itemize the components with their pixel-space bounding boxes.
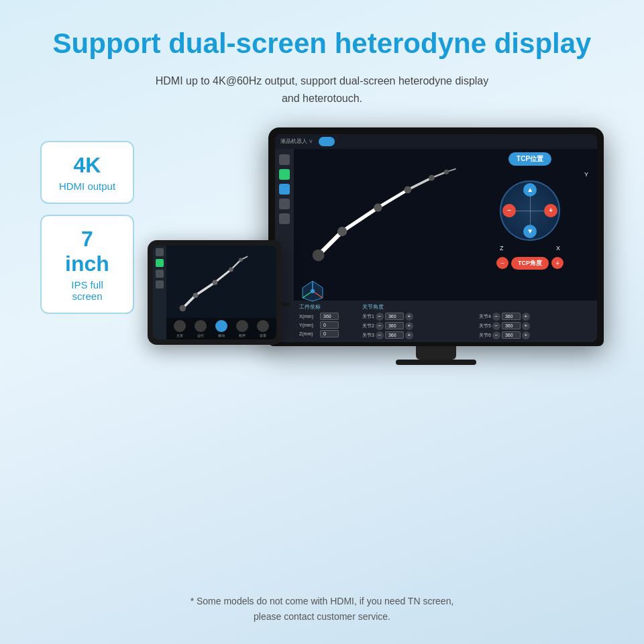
svg-point-17	[337, 227, 347, 236]
joint1-minus[interactable]: −	[376, 313, 384, 321]
badge-7inch-main: 7 inch	[58, 227, 117, 276]
joint2-val: 360	[385, 322, 404, 329]
joint-col-1: 关节1 − 360 + 关节2 −	[362, 313, 475, 339]
joint-row-2: 关节2 − 360 +	[362, 322, 475, 330]
x-value: 360	[320, 313, 339, 320]
tcp-angle-badge: TCP角度	[511, 257, 549, 270]
small-bottom-icon-1: 主页	[174, 320, 186, 337]
topbar-text: 液晶机器人 ∨	[280, 138, 313, 145]
y-axis-label: Y	[584, 171, 588, 178]
joystick-area: ▲ ▼ − +	[500, 180, 560, 241]
joint-row-6: 关节6 − 360 +	[479, 331, 592, 339]
joint6-plus[interactable]: +	[522, 331, 530, 339]
bottom-ctrl-row: − TCP角度 +	[496, 257, 564, 270]
table-titles: 工件坐标 关节角度	[299, 303, 592, 311]
monitor-screen: 液晶机器人 ∨	[275, 134, 597, 342]
joint4-plus[interactable]: +	[522, 313, 530, 321]
svg-line-13	[408, 178, 432, 190]
joint2-plus[interactable]: +	[405, 322, 413, 330]
joint5-plus[interactable]: +	[522, 322, 530, 330]
svg-line-2	[215, 269, 231, 282]
data-table: 工件坐标 关节角度 X(mm) 360	[294, 301, 597, 342]
small-icon-label-5: 设置	[260, 333, 266, 337]
small-bottom-bar: 主页 运行 移动 程序	[166, 318, 276, 339]
monitor-main-ui: TCP位置 Y	[275, 149, 597, 342]
robot-arm-area	[301, 156, 468, 272]
coord-col: X(mm) 360 Y(mm) 0	[299, 313, 360, 339]
joint3-val: 360	[385, 331, 404, 339]
ctrl-up-btn[interactable]: ▲	[523, 183, 537, 197]
joint3-plus[interactable]: +	[405, 331, 413, 339]
joystick-bg: ▲ ▼ − +	[500, 180, 560, 241]
joint1-plus[interactable]: +	[405, 313, 413, 321]
coord-row-y: Y(mm) 0	[299, 321, 360, 329]
control-panel: TCP位置 Y	[466, 152, 594, 272]
svg-point-5	[179, 305, 186, 311]
coord-row-x: X(mm) 360	[299, 313, 360, 320]
joint1-val: 360	[385, 313, 404, 320]
ctrl-down-btn[interactable]: ▼	[523, 225, 537, 238]
joint-cols: 关节1 − 360 + 关节2 −	[362, 313, 592, 339]
small-icon-circle-5	[257, 320, 269, 332]
joint6-minus[interactable]: −	[492, 331, 500, 339]
small-sidebar-dot-4	[156, 280, 164, 288]
svg-point-8	[229, 267, 233, 272]
table-content: X(mm) 360 Y(mm) 0	[299, 313, 592, 339]
joint5-val: 360	[502, 322, 521, 329]
badge-4k: 4K HDMI output	[40, 141, 134, 204]
joint5-label: 关节5	[479, 323, 491, 329]
small-sidebar-dot-1	[156, 248, 164, 256]
small-bottom-icon-2: 运行	[195, 320, 207, 337]
joint4-minus[interactable]: −	[492, 313, 500, 321]
minus-btn-red[interactable]: −	[496, 257, 508, 269]
svg-line-11	[342, 207, 378, 231]
svg-line-12	[378, 189, 407, 207]
small-bottom-icon-4: 程序	[236, 320, 248, 337]
table-title-1: 工件坐标	[299, 303, 360, 311]
subtitle: HDMI up to 4K@60Hz output, support dual-…	[156, 72, 489, 107]
topbar-badge	[319, 137, 335, 146]
page-wrapper: Support dual-screen heterodyne display H…	[0, 0, 644, 644]
svg-line-1	[196, 282, 215, 295]
joint1-label: 关节1	[362, 313, 374, 320]
svg-point-26	[311, 289, 315, 293]
svg-point-20	[429, 174, 435, 180]
content-area: 4K HDMI output 7 inch IPS full screen	[40, 127, 604, 581]
sidebar-dot-5	[279, 213, 290, 224]
small-icon-circle-2	[195, 320, 207, 332]
ctrl-right-btn[interactable]: +	[544, 204, 557, 217]
sidebar-dot-blue	[279, 184, 290, 195]
plus-btn-red[interactable]: +	[551, 257, 564, 269]
small-icon-label-2: 运行	[197, 333, 204, 337]
left-badges: 4K HDMI output 7 inch IPS full screen	[40, 127, 134, 314]
svg-point-19	[404, 186, 411, 193]
svg-point-21	[444, 169, 449, 174]
large-monitor: 液晶机器人 ∨	[268, 127, 604, 365]
sidebar-dot-green	[279, 169, 290, 180]
small-device-screen: 主页 运行 移动 程序	[153, 246, 276, 339]
monitor-topbar: 液晶机器人 ∨	[275, 134, 597, 149]
table-title-2: 关节角度	[362, 303, 384, 311]
svg-point-6	[193, 292, 199, 298]
ctrl-left-btn[interactable]: −	[502, 204, 516, 217]
small-robot-area	[170, 249, 273, 316]
small-bottom-icon-3: 移动	[215, 320, 227, 337]
small-icon-label-3: 移动	[218, 333, 225, 337]
badge-7inch-sub: IPS full screen	[58, 279, 117, 302]
joint-row-4: 关节4 − 360 +	[479, 313, 592, 321]
monitor-ui-main: TCP位置 Y	[294, 149, 597, 342]
svg-point-9	[239, 258, 243, 262]
small-device-ui: 主页 运行 移动 程序	[153, 246, 276, 339]
small-sidebar-dot-green	[156, 259, 164, 267]
joint3-minus[interactable]: −	[376, 331, 384, 339]
small-icon-circle-3	[215, 320, 227, 332]
sidebar-dot-4	[279, 199, 290, 209]
joint-row-1: 关节1 − 360 +	[362, 313, 475, 321]
x-label: X	[556, 245, 560, 252]
screens-container: 主页 运行 移动 程序	[148, 127, 604, 365]
svg-point-7	[213, 280, 218, 285]
joint5-minus[interactable]: −	[492, 322, 500, 330]
joint2-minus[interactable]: −	[376, 322, 384, 330]
small-icon-circle-4	[236, 320, 248, 332]
badge-4k-sub: HDMI output	[58, 180, 117, 192]
